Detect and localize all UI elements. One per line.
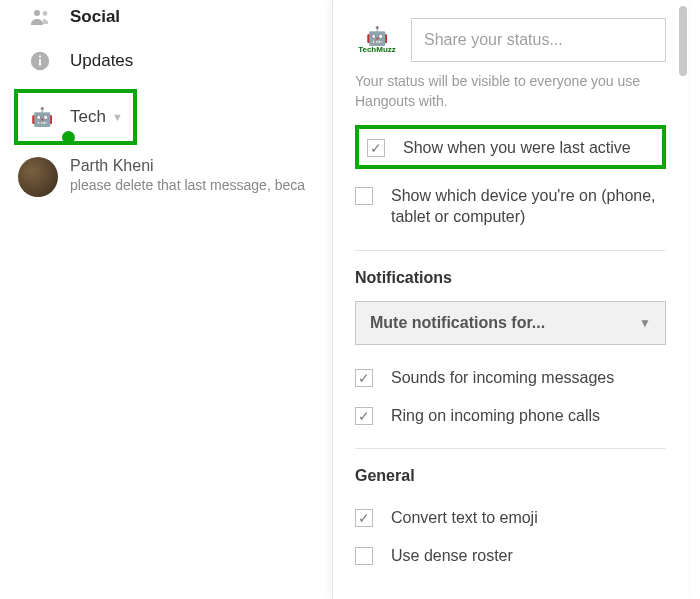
account-avatar[interactable]: 🤖 (24, 99, 60, 135)
section-header-general: General (355, 467, 666, 485)
checkbox-label: Sounds for incoming messages (391, 367, 614, 389)
sidebar-item-social[interactable]: Social (0, 0, 330, 39)
checkbox-icon[interactable] (355, 547, 373, 565)
checkbox-label: Show when you were last active (403, 137, 631, 159)
checkbox-checked-icon[interactable] (355, 509, 373, 527)
show-device-row[interactable]: Show which device you're on (phone, tabl… (355, 177, 666, 236)
account-switcher-highlight: 🤖 Tech ▼ (14, 89, 137, 145)
section-header-notifications: Notifications (355, 269, 666, 287)
checkbox-label: Use dense roster (391, 545, 513, 567)
sidebar-item-label: Updates (70, 51, 133, 71)
message-preview: please delete that last message, beca (70, 177, 318, 193)
emoji-row[interactable]: Convert text to emoji (355, 499, 666, 537)
brand-text: TechMuzz (358, 45, 396, 54)
status-input[interactable] (411, 18, 666, 62)
panel-avatar: 🤖 TechMuzz (355, 18, 399, 62)
checkbox-checked-icon[interactable] (367, 139, 385, 157)
chevron-down-icon: ▼ (639, 316, 651, 330)
account-name[interactable]: Tech (70, 107, 106, 127)
chevron-down-icon[interactable]: ▼ (112, 111, 123, 123)
sounds-row[interactable]: Sounds for incoming messages (355, 359, 666, 397)
info-icon (28, 49, 52, 73)
settings-panel: 🤖 TechMuzz Your status will be visible t… (332, 0, 688, 599)
status-hint: Your status will be visible to everyone … (355, 72, 666, 111)
ring-row[interactable]: Ring on incoming phone calls (355, 397, 666, 435)
divider (355, 250, 666, 251)
checkbox-label: Ring on incoming phone calls (391, 405, 600, 427)
robot-icon: 🤖 (31, 108, 53, 126)
presence-indicator (62, 131, 75, 144)
checkbox-icon[interactable] (355, 187, 373, 205)
svg-rect-4 (39, 56, 41, 58)
avatar (18, 157, 58, 197)
checkbox-label: Show which device you're on (phone, tabl… (391, 185, 666, 228)
svg-point-0 (34, 10, 40, 16)
svg-rect-3 (39, 59, 41, 65)
select-label: Mute notifications for... (370, 314, 545, 332)
mute-notifications-select[interactable]: Mute notifications for... ▼ (355, 301, 666, 345)
checkbox-checked-icon[interactable] (355, 369, 373, 387)
dense-roster-row[interactable]: Use dense roster (355, 537, 666, 575)
sidebar-item-updates[interactable]: Updates (0, 39, 330, 83)
last-active-row[interactable]: Show when you were last active (367, 135, 656, 161)
contact-name: Parth Kheni (70, 157, 318, 175)
scrollbar-thumb[interactable] (679, 6, 687, 76)
conversation-row[interactable]: Parth Kheni please delete that last mess… (0, 145, 330, 197)
robot-icon: 🤖 (366, 27, 388, 45)
sidebar-item-label: Social (70, 7, 120, 27)
svg-point-1 (43, 11, 48, 16)
divider (355, 448, 666, 449)
last-active-highlight: Show when you were last active (355, 125, 666, 169)
people-icon (28, 5, 52, 29)
checkbox-checked-icon[interactable] (355, 407, 373, 425)
checkbox-label: Convert text to emoji (391, 507, 538, 529)
